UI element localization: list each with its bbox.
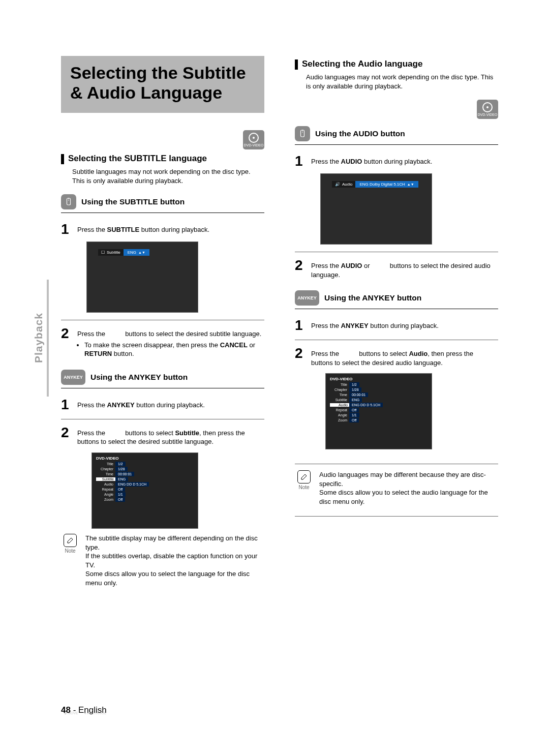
note-icon xyxy=(64,534,77,547)
disc-icon xyxy=(249,133,259,143)
dvd-menu-row-key: Time xyxy=(96,472,115,476)
section-subtitle-lang-note: Subtitle languages may not work dependin… xyxy=(72,167,264,185)
dvd-menu-row-val: Off xyxy=(349,418,359,422)
step-text: Press the buttons to select Subtitle, th… xyxy=(77,426,264,446)
osd-label: ☐ Subtitle xyxy=(98,249,124,256)
anykey-pill-icon: ANYKEY xyxy=(61,370,85,385)
dvd-menu-row-key: Angle xyxy=(330,413,349,417)
dvd-menu-row-val: Off xyxy=(349,408,359,412)
osd-banner: 🔊 Audio ENG Dolby Digital 5.1CH ▲▼ xyxy=(332,181,418,188)
dvd-menu-row-key: Zoom xyxy=(96,498,115,501)
dvd-menu-row: Title1/2 xyxy=(96,462,194,466)
divider xyxy=(295,252,498,252)
osd-label: 🔊 Audio xyxy=(332,181,355,188)
bullet-cancel-return: To make the screen disappear, then press… xyxy=(84,341,264,358)
dvd-menu-row-key: Audio xyxy=(96,482,115,486)
note-audio: Note Audio languages may be different be… xyxy=(295,470,498,506)
dvd-menu-row-key: Title xyxy=(96,462,115,466)
step-number-1: 1 xyxy=(295,318,306,332)
divider xyxy=(295,144,498,145)
right-column: Selecting the Audio language Audio langu… xyxy=(295,56,498,587)
section-subtitle-lang-heading: Selecting the SUBTITLE language xyxy=(61,154,264,164)
note-subtitle: Note The subtitle display may be differe… xyxy=(61,534,264,587)
osd-value: ENG ▲▼ xyxy=(124,249,149,256)
dvd-menu-row-key: Angle xyxy=(96,493,115,496)
heading-bar-icon xyxy=(295,59,298,70)
dvd-menu-row-val: Off xyxy=(115,487,125,492)
step-text: Press the AUDIO button during playback. xyxy=(311,154,432,168)
divider xyxy=(295,516,498,517)
osd-banner: ☐ Subtitle ENG ▲▼ xyxy=(98,249,149,256)
dvd-menu-row: Angle1/1 xyxy=(96,492,194,497)
section-audio-lang-heading: Selecting the Audio language xyxy=(295,59,498,70)
updown-icon: ▲▼ xyxy=(407,183,414,186)
anykey-right-step-1: 1 Press the ANYKEY button during playbac… xyxy=(295,318,498,332)
side-tab-playback: Playback xyxy=(30,280,49,397)
dvd-menu-row: SubtitleENG xyxy=(330,398,428,402)
step-number-2: 2 xyxy=(295,258,306,279)
divider xyxy=(61,320,264,320)
osd-subtitle-screenshot: ☐ Subtitle ENG ▲▼ xyxy=(86,241,198,313)
audio-step-1: 1 Press the AUDIO button during playback… xyxy=(295,154,498,168)
dvd-video-badge: DVD-VIDEO xyxy=(243,130,264,149)
blank-button-icon xyxy=(107,331,124,337)
dvd-menu-rows-right: Title1/2Chapter1/28Time00:00:01SubtitleE… xyxy=(330,382,428,422)
page-number: 48 xyxy=(61,705,71,715)
divider xyxy=(61,213,264,213)
dvd-menu-row-key: Subtitle xyxy=(330,398,349,402)
subtitle-step-2: 2 Press the buttons to select the desire… xyxy=(61,326,264,358)
step-text: Press the ANYKEY button during playback. xyxy=(77,398,205,412)
blank-button-icon xyxy=(107,431,124,436)
dvd-menu-row-val: 1/2 xyxy=(115,462,126,466)
page-footer: 48 - English xyxy=(61,705,107,715)
anykey-left-step-2: 2 Press the buttons to select Subtitle, … xyxy=(61,426,264,446)
svg-point-3 xyxy=(302,132,303,133)
step-number-2: 2 xyxy=(61,426,72,446)
pencil-icon xyxy=(66,536,74,545)
divider xyxy=(61,419,264,419)
note-icon-wrap: Note xyxy=(61,534,79,587)
sub-heading-anykey-text: Using the ANYKEY button xyxy=(324,293,421,303)
note-icon-wrap: Note xyxy=(295,470,313,506)
page-lang: English xyxy=(78,705,107,715)
dvd-menu-row: Time00:00:01 xyxy=(330,392,428,397)
dvd-menu-row-key: Time xyxy=(330,393,349,397)
dvd-menu-row: AudioENG DD D 5.1CH xyxy=(330,403,428,407)
side-tab-label: Playback xyxy=(33,313,45,363)
dvd-menu-row-val: 00:00:01 xyxy=(115,472,134,476)
sub-heading-anykey-right: ANYKEY Using the ANYKEY button xyxy=(295,290,498,306)
dvd-menu-row: ZoomOff xyxy=(330,418,428,422)
updown-icon: ▲▼ xyxy=(138,251,145,254)
section-audio-lang-note: Audio languages may not work depending o… xyxy=(306,73,498,90)
dvd-menu-row-val: 1/2 xyxy=(349,382,359,387)
dvd-menu-row-val: Off xyxy=(115,497,125,502)
sub-heading-subtitle-btn: Using the SUBTITLE button xyxy=(61,194,264,209)
dvd-menu-row-val: 1/1 xyxy=(349,413,359,417)
note-text: The subtitle display may be different de… xyxy=(85,534,264,587)
step-text: Press the ANYKEY button during playback. xyxy=(311,318,439,332)
disc-icon xyxy=(482,102,493,112)
left-column: Selecting the Subtitle & Audio Language … xyxy=(61,56,264,587)
remote-glyph xyxy=(298,130,307,138)
remote-icon xyxy=(61,194,76,209)
step-text: Press the buttons to select the desired … xyxy=(77,326,264,358)
note-text: Audio languages may be different because… xyxy=(319,470,498,506)
badge-label: DVD-VIDEO xyxy=(478,113,498,116)
dvd-menu-row-val: ENG DD D 5.1CH xyxy=(115,482,149,487)
dvd-menu-row: RepeatOff xyxy=(330,408,428,412)
dvd-menu-row: Chapter1/28 xyxy=(96,467,194,471)
heading-bar-icon xyxy=(61,154,64,164)
osd-audio-screenshot: 🔊 Audio ENG Dolby Digital 5.1CH ▲▼ xyxy=(320,173,432,245)
note-label: Note xyxy=(65,548,75,554)
blank-button-icon xyxy=(475,351,492,357)
dvd-menu-header: DVD-VIDEO xyxy=(330,377,428,381)
step-number-2: 2 xyxy=(295,346,306,367)
blank-button-icon xyxy=(372,263,388,269)
svg-point-1 xyxy=(68,200,69,201)
blank-button-icon xyxy=(247,431,263,436)
anykey-right-step-2: 2 Press the buttons to select Audio, the… xyxy=(295,346,498,367)
dvd-menu-row-val: 00:00:01 xyxy=(349,392,368,397)
step-text: Press the AUDIO or buttons to select the… xyxy=(311,258,498,279)
sub-heading-subtitle-btn-text: Using the SUBTITLE button xyxy=(81,197,185,206)
dvd-menu-row-key: Repeat xyxy=(96,488,115,491)
